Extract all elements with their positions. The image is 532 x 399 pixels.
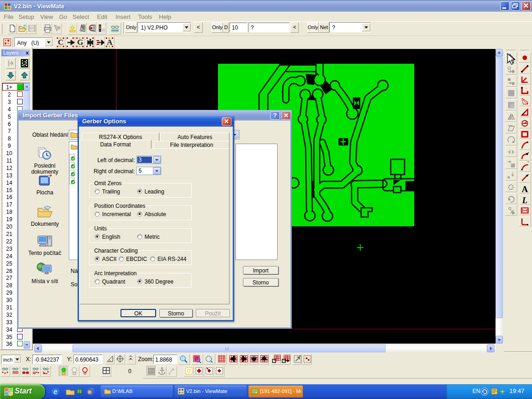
svg-text:L: L [522, 195, 527, 204]
svg-text:A: A [107, 38, 113, 47]
svg-text:?: ? [58, 25, 61, 31]
svg-text:C: C [58, 38, 63, 47]
svg-text:e: e [54, 388, 57, 395]
svg-text:A: A [522, 184, 528, 193]
svg-text:G: G [77, 38, 83, 47]
